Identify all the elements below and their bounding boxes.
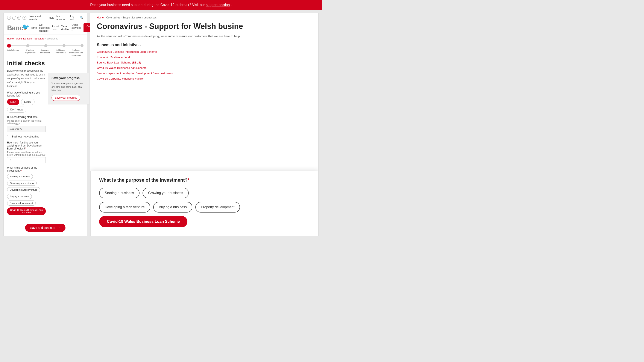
right-panel-top: Home › Coronavirus - Support for Welsh b… [90,13,318,85]
form-description: Before we can proceed with the applicati… [7,69,46,88]
news-events-link[interactable]: News and events [30,15,47,21]
covid-banner-suffix: . [231,3,232,7]
trading-date-group: Business trading start date Please enter… [7,116,46,132]
breadcrumb-structure[interactable]: Structure [34,37,44,40]
step-label-4: Additionalinformation [53,49,68,57]
breadcrumb-sep2: › [33,37,34,40]
covid-loan-btn[interactable]: Covid-19 Wales Business Loan Scheme [7,207,46,215]
form-title: Initial checks [7,60,46,67]
save-continue-row: Save and continue → [4,222,87,236]
schemes-title: Schemes and initiatives [97,43,312,47]
overlay-growing-btn[interactable]: Growing your business [142,188,189,198]
progress-steps: Initial checks Fundingrequirement Busine… [4,42,87,60]
nav-get-finance[interactable]: Get business finance ▾ [39,23,50,32]
connector-1 [11,45,26,46]
funding-dontknow-btn[interactable]: Don't know [7,107,26,113]
right-panel: Home › Coronavirus - Support for Welsh b… [90,13,318,236]
help-link[interactable]: Help [49,16,54,19]
save-progress-button[interactable]: Save your progress [52,95,80,101]
header-top-links: News and events Help My account Log out … [30,15,84,21]
right-breadcrumb-home[interactable]: Home [97,16,104,19]
log-out-link[interactable]: Log out [70,15,78,21]
purpose-property-btn[interactable]: Property development [7,201,36,206]
save-continue-label: Save and continue [30,226,55,230]
breadcrumb-sep3: › [45,37,46,40]
save-progress-description: You can save your progress at any time a… [52,81,86,92]
scheme-link-6[interactable]: Covid-19 Corporate Financing Facility [97,77,312,80]
search-icon[interactable]: 🔍 [80,16,84,19]
nav-case-studies[interactable]: Case studies [61,25,70,31]
purpose-growing-btn[interactable]: Growing your business [7,181,37,186]
overlay-starting-btn[interactable]: Starting a business [99,188,140,198]
not-trading-row: Business not yet trading [7,135,46,138]
purpose-tech-btn[interactable]: Developing a tech venture [7,187,40,192]
overlay-buying-btn[interactable]: Buying a business [153,202,192,213]
breadcrumb-home[interactable]: Home [7,37,14,40]
dropdown-arrow: ▾ [48,30,49,32]
scheme-link-5[interactable]: 3-month repayment holiday for Developmen… [97,72,312,75]
nav-home[interactable]: Home [30,26,37,29]
covid-banner: Does your business need support during t… [0,0,322,10]
right-panel-description: As the situation with Coronavirus is dev… [97,34,312,39]
save-progress-box: Save your progress You can save your pro… [48,73,90,104]
trading-date-input[interactable] [7,126,46,132]
logo-bird-icon: 🐦 [22,23,30,30]
main-nav: Home Get business finance ▾ About us ▾ C… [30,23,98,32]
purpose-starting-btn[interactable]: Starting a business [7,174,33,179]
social-icons: 𝕋 f in ▶ [7,16,26,20]
logo-text: Banc [7,24,23,32]
youtube-icon[interactable]: ▶ [22,16,26,20]
step-5-dot [80,44,84,47]
form-area: Initial checks Before we can proceed wit… [4,60,87,222]
overlay-question: What is the purpose of the investment?* [99,177,310,183]
step-label-2: Fundingrequirement [22,49,38,57]
connector-2 [29,45,44,46]
covid-banner-link[interactable]: support section [206,3,230,7]
funding-loan-btn[interactable]: Loan [7,99,19,105]
connector-3 [47,45,62,46]
purpose-buttons: Starting a business Growing your busines… [7,174,46,206]
step-1-dot [7,44,11,48]
save-continue-button[interactable]: Save and continue → [25,224,66,232]
scheme-link-2[interactable]: Economic Resilience Fund [97,55,312,59]
scheme-link-4[interactable]: Covid-19 Wales Business Loan Scheme [97,66,312,69]
header-top: 𝕋 f in ▶ News and events Help My account… [7,13,84,22]
funding-equity-btn[interactable]: Equity [21,99,34,105]
not-trading-checkbox[interactable] [7,135,10,138]
purpose-label: What is the purpose of the investment?* [7,166,46,172]
breadcrumb-admin[interactable]: Administration [16,37,32,40]
amount-label: How much funding are you applying for fr… [7,141,46,150]
step-label-5: Applicantinformation anddeclaration [68,49,84,57]
linkedin-icon[interactable]: in [18,16,21,20]
overlay-covid-btn[interactable]: Covid-19 Wales Business Loan Scheme [99,216,188,227]
trading-date-label: Business trading start date [7,116,46,119]
right-breadcrumb: Home › Coronavirus - Support for Welsh b… [97,16,312,19]
nav-other-services[interactable]: Other services ▾ [72,23,81,32]
my-account-link[interactable]: My account [56,15,68,21]
overlay-property-btn[interactable]: Property development [195,202,240,213]
dropdown-arrow: ▾ [56,28,56,31]
overlay-purpose-buttons: Starting a business Growing your busines… [99,188,310,198]
save-progress-title: Save your progress [52,76,86,80]
facebook-icon[interactable]: f [12,16,16,20]
right-panel-title: Coronavirus - Support for Welsh busine [97,22,312,31]
overlay-tech-btn[interactable]: Developing a tech venture [99,202,150,213]
purpose-group: What is the purpose of the investment?* … [7,166,46,215]
site-header: 𝕋 f in ▶ News and events Help My account… [4,13,87,35]
scheme-link-1[interactable]: Coronavirus Business Interruption Loan S… [97,50,312,53]
scheme-link-3[interactable]: Bounce Back Loan Scheme (BBLS) [97,61,312,64]
steps-labels: Initial checks Fundingrequirement Busine… [7,49,84,57]
step-4-dot [62,44,66,47]
overlay-purpose-buttons-2: Developing a tech venture Buying a busin… [99,202,310,213]
step-label-1: Initial checks [7,49,22,57]
funding-type-options: Loan Equity Don't know [7,99,46,113]
purpose-buying-btn[interactable]: Buying a business [7,194,32,199]
connector-4 [66,45,81,46]
twitter-icon[interactable]: 𝕋 [7,16,11,20]
step-2-dot [26,44,29,47]
overlay-required: * [188,177,190,183]
amount-input[interactable] [7,157,46,163]
nav-about[interactable]: About us ▾ [52,25,59,31]
funding-type-label: What type of funding are you looking for… [7,91,46,97]
logo[interactable]: Banc 🐦 [7,24,30,32]
